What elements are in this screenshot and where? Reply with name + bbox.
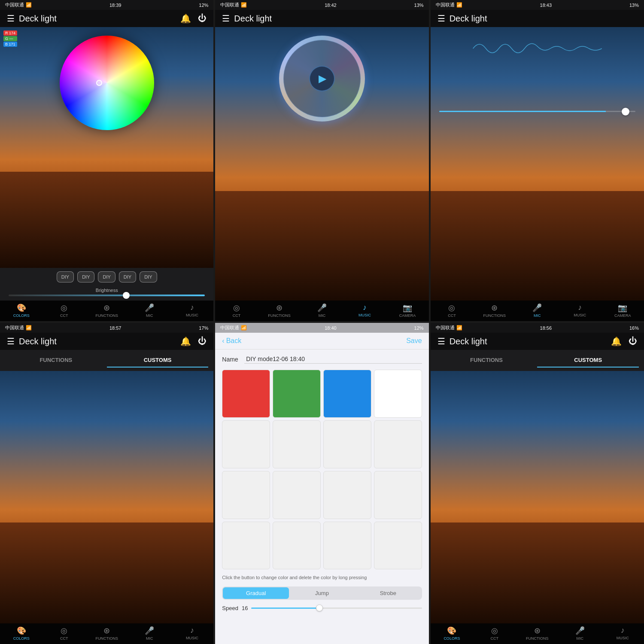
back-btn[interactable]: ‹ Back bbox=[222, 337, 241, 345]
brightness-container: Brightness bbox=[0, 286, 213, 301]
music-icon-2: ♪ bbox=[363, 303, 367, 312]
color-cell-5[interactable] bbox=[273, 420, 321, 468]
mode-tab-gradual[interactable]: Gradual bbox=[223, 587, 289, 599]
nav-cct-1[interactable]: ◎ CCT bbox=[43, 303, 85, 318]
nav-cct-6[interactable]: ◎ CCT bbox=[473, 626, 516, 641]
wifi-icon-4: 📶 bbox=[26, 325, 32, 331]
status-right-1: 12% bbox=[199, 3, 208, 8]
nav-colors-1[interactable]: 🎨 COLORS bbox=[0, 303, 43, 318]
nav-colors-4[interactable]: 🎨 COLORS bbox=[0, 626, 43, 641]
color-cell-15[interactable] bbox=[374, 522, 422, 570]
nav-functions-2[interactable]: ⊛ FUNCTIONS bbox=[258, 303, 301, 318]
nav-colors-6[interactable]: 🎨 COLORS bbox=[431, 626, 473, 641]
save-btn[interactable]: Save bbox=[406, 337, 422, 345]
app-title-1: Deck light bbox=[19, 14, 57, 24]
alarm-icon-4[interactable]: 🔔 bbox=[180, 336, 191, 346]
nav-mic-6[interactable]: 🎤 MIC bbox=[559, 626, 601, 641]
color-cell-10[interactable] bbox=[323, 471, 371, 519]
color-cell-11[interactable] bbox=[374, 471, 422, 519]
color-cell-8[interactable] bbox=[222, 471, 270, 519]
mode-tabs: Gradual Jump Strobe bbox=[222, 586, 422, 600]
play-icon: ▶ bbox=[319, 73, 326, 85]
diy-btn-3[interactable]: DIY bbox=[98, 271, 115, 283]
status-bar-1: 中国联通 📶 18:39 12% bbox=[0, 0, 213, 10]
nav-camera-3[interactable]: 📷 CAMERA bbox=[601, 303, 644, 318]
nav-music-1[interactable]: ♪ MUSIC bbox=[171, 303, 213, 318]
menu-icon-4[interactable]: ☰ bbox=[7, 336, 15, 346]
speed-slider[interactable] bbox=[251, 608, 422, 609]
alarm-icon-1[interactable]: 🔔 bbox=[180, 13, 191, 24]
color-cell-14[interactable] bbox=[323, 522, 371, 570]
name-input[interactable] bbox=[244, 355, 422, 364]
cd-disc: ▶ bbox=[279, 36, 365, 122]
color-cell-9[interactable] bbox=[273, 471, 321, 519]
mode-tab-strobe[interactable]: Strobe bbox=[355, 587, 421, 599]
diy-buttons: DIY DIY DIY DIY DIY bbox=[0, 268, 213, 286]
nav-functions-1[interactable]: ⊛ FUNCTIONS bbox=[85, 303, 128, 318]
tab-row-4: FUNCTIONS CUSTOMS bbox=[5, 353, 208, 368]
nav-functions-label-4: FUNCTIONS bbox=[95, 636, 118, 641]
nav-cct-3[interactable]: ◎ CCT bbox=[431, 303, 473, 318]
color-cell-13[interactable] bbox=[273, 522, 321, 570]
alarm-icon-6[interactable]: 🔔 bbox=[611, 336, 622, 346]
color-cell-3[interactable] bbox=[374, 370, 422, 418]
color-cell-1[interactable] bbox=[273, 370, 321, 418]
nav-functions-3[interactable]: ⊛ FUNCTIONS bbox=[473, 303, 516, 318]
tab-functions-4[interactable]: FUNCTIONS bbox=[5, 353, 107, 368]
colors-icon-4: 🎨 bbox=[17, 626, 26, 635]
diy-btn-1[interactable]: DIY bbox=[57, 271, 74, 283]
brightness-thumb[interactable] bbox=[123, 292, 130, 299]
color-cell-2[interactable] bbox=[323, 370, 371, 418]
menu-icon-3[interactable]: ☰ bbox=[437, 13, 445, 24]
nav-mic-3[interactable]: 🎤 MIC bbox=[516, 303, 559, 318]
nav-cct-2[interactable]: ◎ CCT bbox=[215, 303, 258, 318]
app-header-2: ☰ Deck light bbox=[215, 10, 428, 27]
color-cell-0[interactable] bbox=[222, 370, 270, 418]
diy-btn-5[interactable]: DIY bbox=[140, 271, 157, 283]
color-cell-6[interactable] bbox=[323, 420, 371, 468]
nav-music-3[interactable]: ♪ MUSIC bbox=[559, 303, 601, 318]
rgb-g: G — bbox=[3, 36, 17, 41]
diy-btn-2[interactable]: DIY bbox=[77, 271, 94, 283]
nav-mic-2[interactable]: 🎤 MIC bbox=[301, 303, 343, 318]
menu-icon-6[interactable]: ☰ bbox=[437, 336, 445, 346]
nav-music-4[interactable]: ♪ MUSIC bbox=[171, 626, 213, 641]
tab-functions-6[interactable]: FUNCTIONS bbox=[436, 353, 538, 368]
nav-camera-2[interactable]: 📷 CAMERA bbox=[386, 303, 428, 318]
brightness-slider[interactable] bbox=[9, 295, 205, 296]
nav-functions-4[interactable]: ⊛ FUNCTIONS bbox=[85, 626, 128, 641]
menu-icon-2[interactable]: ☰ bbox=[222, 13, 230, 24]
power-icon-4[interactable]: ⏻ bbox=[198, 336, 207, 346]
mode-tab-jump[interactable]: Jump bbox=[289, 587, 355, 599]
cct-icon-2: ◎ bbox=[233, 303, 240, 313]
cd-center[interactable]: ▶ bbox=[309, 66, 335, 91]
carrier-6: 中国联通 bbox=[436, 325, 455, 331]
mic-icon-1: 🎤 bbox=[145, 303, 154, 313]
color-cell-4[interactable] bbox=[222, 420, 270, 468]
diy-btn-4[interactable]: DIY bbox=[119, 271, 136, 283]
sensitivity-slider[interactable] bbox=[439, 111, 635, 112]
menu-icon-1[interactable]: ☰ bbox=[7, 13, 15, 24]
battery-1: 12% bbox=[199, 3, 208, 8]
nav-mic-4[interactable]: 🎤 MIC bbox=[128, 626, 170, 641]
nav-mic-1[interactable]: 🎤 MIC bbox=[128, 303, 170, 318]
color-cell-7[interactable] bbox=[374, 420, 422, 468]
tab-customs-6[interactable]: CUSTOMS bbox=[537, 353, 639, 368]
speed-thumb[interactable] bbox=[316, 605, 323, 611]
status-left-5: 中国联通 📶 bbox=[220, 325, 247, 331]
sensitivity-thumb[interactable] bbox=[622, 108, 629, 115]
wifi-icon-6: 📶 bbox=[456, 325, 462, 331]
app-header-6: ☰ Deck light 🔔 ⏻ bbox=[431, 333, 644, 350]
color-cell-12[interactable] bbox=[222, 522, 270, 570]
tab-customs-4[interactable]: CUSTOMS bbox=[107, 353, 209, 368]
power-icon-6[interactable]: ⏻ bbox=[629, 336, 637, 346]
nav-cct-label-2: CCT bbox=[233, 313, 241, 318]
power-icon-1[interactable]: ⏻ bbox=[198, 13, 207, 24]
color-wheel[interactable] bbox=[60, 36, 154, 130]
bottom-nav-3: ◎ CCT ⊛ FUNCTIONS 🎤 MIC ♪ MUSIC 📷 CAMERA bbox=[431, 301, 644, 321]
nav-music-2[interactable]: ♪ MUSIC bbox=[343, 303, 386, 318]
nav-functions-6[interactable]: ⊛ FUNCTIONS bbox=[516, 626, 559, 641]
panel-music: 中国联通 📶 18:42 13% ☰ Deck light ▶ ⏮ bbox=[215, 0, 428, 321]
nav-cct-4[interactable]: ◎ CCT bbox=[43, 626, 85, 641]
nav-music-6[interactable]: ♪ MUSIC bbox=[601, 626, 644, 641]
